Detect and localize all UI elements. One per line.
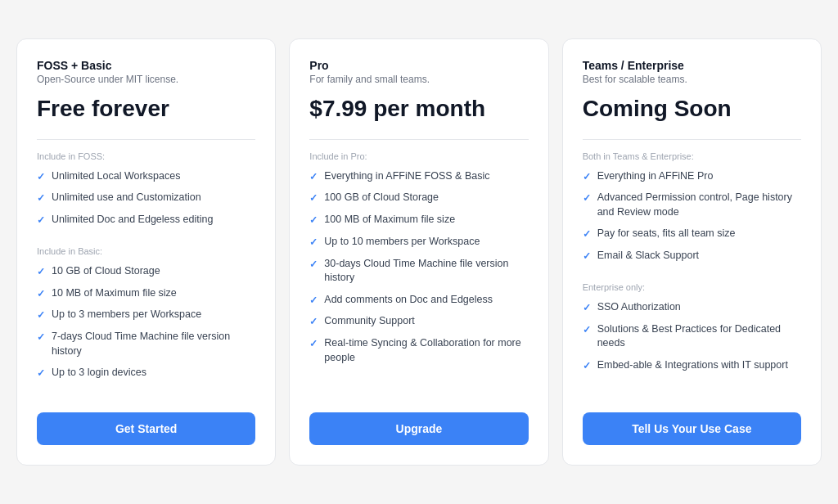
feature-text: Embed-able & Integrations with IT suppor…: [597, 358, 788, 373]
feature-text: 100 MB of Maximum file size: [324, 213, 455, 227]
feature-text: 10 MB of Maximum file size: [52, 286, 177, 301]
check-icon: ✓: [37, 191, 45, 205]
feature-text: Pay for seats, fits all team size: [597, 227, 736, 241]
feature-item: ✓Unlimited use and Customization: [37, 191, 255, 205]
divider: [583, 139, 801, 140]
pricing-container: FOSS + BasicOpen-Source under MIT licens…: [16, 38, 822, 466]
feature-item: ✓Add comments on Doc and Edgeless: [309, 293, 528, 308]
check-icon: ✓: [309, 236, 318, 250]
feature-list: ✓10 GB of Cloud Storage✓10 MB of Maximum…: [37, 264, 255, 388]
plan-price: $7.99 per month: [309, 95, 528, 123]
feature-item: ✓Up to 3 login devices: [37, 366, 255, 380]
divider: [37, 139, 255, 140]
plan-label: Pro: [309, 59, 528, 72]
feature-text: Real-time Syncing & Collaboration for mo…: [324, 336, 528, 365]
feature-item: ✓Advanced Permission control, Page histo…: [583, 191, 801, 219]
feature-item: ✓Email & Slack Support: [583, 249, 801, 263]
check-icon: ✓: [309, 337, 318, 351]
feature-item: ✓Up to 10 members per Workspace: [309, 235, 528, 250]
feature-text: 100 GB of Cloud Storage: [324, 191, 439, 205]
section-heading: Both in Teams & Enterprise:: [583, 151, 801, 161]
feature-text: Everything in AFFiNE Pro: [597, 169, 714, 184]
cta-button-foss-basic[interactable]: Get Started: [37, 412, 255, 445]
feature-text: 7-days Cloud Time Machine file version h…: [52, 330, 255, 358]
cta-button-teams-enterprise[interactable]: Tell Us Your Use Case: [583, 412, 801, 445]
divider: [309, 139, 528, 140]
feature-item: ✓100 MB of Maximum file size: [309, 213, 528, 227]
check-icon: ✓: [37, 265, 45, 279]
feature-text: Up to 3 login devices: [52, 366, 146, 380]
feature-item: ✓Community Support: [309, 314, 528, 329]
spacer: [583, 391, 801, 399]
card-teams-enterprise: Teams / EnterpriseBest for scalable team…: [562, 38, 822, 466]
feature-item: ✓Unlimited Doc and Edgeless editing: [37, 213, 255, 227]
feature-list: ✓Everything in AFFiNE Pro✓Advanced Permi…: [583, 169, 801, 271]
check-icon: ✓: [309, 294, 318, 308]
plan-price: Free forever: [37, 95, 255, 123]
feature-text: SSO Authorization: [597, 300, 681, 315]
feature-text: Solutions & Best Practices for Dedicated…: [597, 322, 801, 351]
check-icon: ✓: [583, 301, 591, 315]
feature-item: ✓Pay for seats, fits all team size: [583, 227, 801, 241]
feature-item: ✓100 GB of Cloud Storage: [309, 191, 528, 205]
check-icon: ✓: [583, 250, 591, 263]
feature-item: ✓7-days Cloud Time Machine file version …: [37, 330, 255, 358]
plan-subtitle: For family and small teams.: [309, 74, 528, 85]
feature-text: Unlimited Doc and Edgeless editing: [52, 213, 213, 227]
feature-list: ✓SSO Authorization✓Solutions & Best Prac…: [583, 300, 801, 380]
section-heading: Include in Pro:: [309, 151, 528, 161]
feature-text: Add comments on Doc and Edgeless: [324, 293, 493, 308]
feature-list: ✓Everything in AFFiNE FOSS & Basic✓100 G…: [309, 169, 528, 373]
plan-price: Coming Soon: [583, 95, 801, 123]
feature-item: ✓Embed-able & Integrations with IT suppo…: [583, 358, 801, 373]
card-pro: ProFor family and small teams.$7.99 per …: [289, 38, 548, 466]
feature-text: Unlimited use and Customization: [52, 191, 201, 205]
feature-text: Everything in AFFiNE FOSS & Basic: [324, 169, 489, 184]
feature-item: ✓Everything in AFFiNE Pro: [583, 169, 801, 184]
feature-text: Advanced Permission control, Page histor…: [597, 191, 801, 219]
feature-list: ✓Unlimited Local Workspaces✓Unlimited us…: [37, 169, 255, 235]
check-icon: ✓: [583, 191, 591, 205]
check-icon: ✓: [37, 331, 45, 344]
feature-text: 30-days Cloud Time Machine file version …: [324, 257, 528, 286]
feature-text: Email & Slack Support: [597, 249, 699, 263]
check-icon: ✓: [583, 170, 591, 184]
plan-label: Teams / Enterprise: [583, 59, 801, 72]
feature-item: ✓10 GB of Cloud Storage: [37, 264, 255, 279]
feature-item: ✓Real-time Syncing & Collaboration for m…: [309, 336, 528, 365]
feature-item: ✓Up to 3 members per Workspace: [37, 308, 255, 322]
feature-text: Up to 10 members per Workspace: [324, 235, 480, 250]
section-heading: Include in Basic:: [37, 246, 255, 256]
check-icon: ✓: [37, 170, 45, 184]
feature-text: Community Support: [324, 314, 414, 329]
spacer: [309, 384, 528, 399]
check-icon: ✓: [37, 287, 45, 301]
check-icon: ✓: [37, 214, 45, 227]
card-foss-basic: FOSS + BasicOpen-Source under MIT licens…: [16, 38, 276, 466]
feature-text: Up to 3 members per Workspace: [52, 308, 201, 322]
plan-subtitle: Best for scalable teams.: [583, 74, 801, 85]
check-icon: ✓: [309, 258, 318, 272]
check-icon: ✓: [37, 367, 45, 380]
check-icon: ✓: [583, 227, 591, 241]
feature-item: ✓Unlimited Local Workspaces: [37, 169, 255, 184]
cta-button-pro[interactable]: Upgrade: [309, 412, 528, 445]
check-icon: ✓: [309, 315, 318, 329]
plan-label: FOSS + Basic: [37, 59, 255, 72]
feature-text: Unlimited Local Workspaces: [52, 169, 180, 184]
check-icon: ✓: [583, 359, 591, 373]
check-icon: ✓: [309, 214, 318, 227]
check-icon: ✓: [37, 308, 45, 322]
feature-item: ✓10 MB of Maximum file size: [37, 286, 255, 301]
plan-subtitle: Open-Source under MIT license.: [37, 74, 255, 85]
check-icon: ✓: [583, 323, 591, 337]
feature-item: ✓30-days Cloud Time Machine file version…: [309, 257, 528, 286]
section-heading: Enterprise only:: [583, 282, 801, 292]
check-icon: ✓: [309, 191, 318, 205]
feature-item: ✓Everything in AFFiNE FOSS & Basic: [309, 169, 528, 184]
feature-item: ✓SSO Authorization: [583, 300, 801, 315]
feature-item: ✓Solutions & Best Practices for Dedicate…: [583, 322, 801, 351]
check-icon: ✓: [309, 170, 318, 184]
section-heading: Include in FOSS:: [37, 151, 255, 161]
feature-text: 10 GB of Cloud Storage: [52, 264, 160, 279]
